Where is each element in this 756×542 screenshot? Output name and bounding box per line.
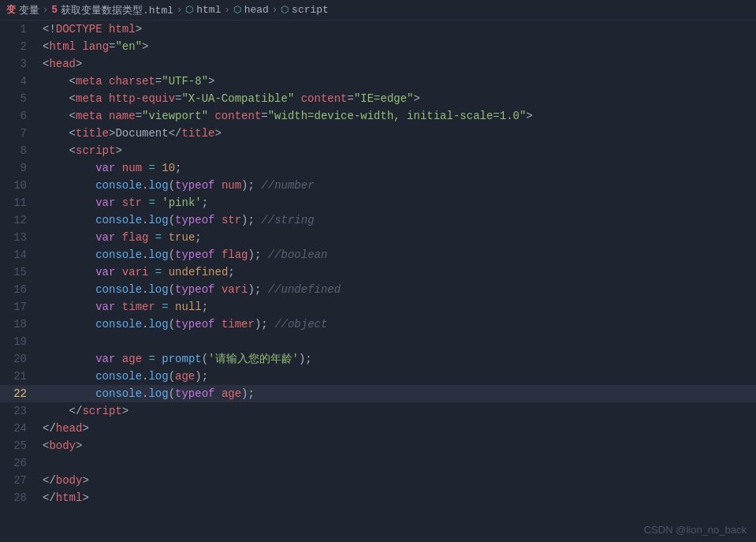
line-number: 27 xyxy=(0,472,39,489)
code-line: 21 console.log(age); xyxy=(0,368,756,385)
line-content: console.log(typeof flag); //boolean xyxy=(39,246,756,264)
code-line: 14 console.log(typeof flag); //boolean xyxy=(0,246,756,264)
breadcrumb-bar: 变 变量 › 5 获取变量数据类型.html › ⬡ html › ⬡ head… xyxy=(0,0,756,21)
line-number: 19 xyxy=(0,333,39,350)
line-content: <meta name="viewport" content="width=dev… xyxy=(39,107,756,125)
breadcrumb-script-label: script xyxy=(292,4,329,16)
line-number: 11 xyxy=(0,194,39,211)
breadcrumb-html-label: html xyxy=(196,4,221,16)
code-line: 13 var flag = true; xyxy=(0,229,756,246)
line-number: 15 xyxy=(0,264,39,281)
breadcrumb-sep-1: › xyxy=(43,5,48,16)
line-content: var vari = undefined; xyxy=(39,264,756,281)
watermark: CSDN @lion_no_back xyxy=(644,524,747,536)
line-number: 14 xyxy=(0,246,39,264)
line-content xyxy=(39,454,756,472)
line-number: 25 xyxy=(0,437,39,454)
line-content: var timer = null; xyxy=(39,298,756,316)
line-number: 28 xyxy=(0,489,39,506)
html-tag-icon: ⬡ xyxy=(185,4,193,16)
code-line: 16 console.log(typeof vari); //undefined xyxy=(0,281,756,298)
line-content: console.log(age); xyxy=(39,368,756,385)
line-number: 13 xyxy=(0,229,39,246)
code-line: 26 xyxy=(0,454,756,472)
code-container: 1 <!DOCTYPE html> 2 <html lang="en"> 3 <… xyxy=(0,21,756,506)
line-content: var age = prompt('请输入您的年龄'); xyxy=(39,350,756,368)
line-content: console.log(typeof vari); //undefined xyxy=(39,281,756,298)
code-editor[interactable]: 1 <!DOCTYPE html> 2 <html lang="en"> 3 <… xyxy=(0,21,756,542)
code-line: 20 var age = prompt('请输入您的年龄'); xyxy=(0,350,756,368)
breadcrumb-variable[interactable]: 变 变量 xyxy=(6,3,39,17)
line-number: 17 xyxy=(0,298,39,316)
line-number: 10 xyxy=(0,177,39,194)
line-content: </script> xyxy=(39,402,756,420)
code-line: 25 <body> xyxy=(0,437,756,454)
code-line: 5 <meta http-equiv="X-UA-Compatible" con… xyxy=(0,90,756,107)
breadcrumb-head[interactable]: ⬡ head xyxy=(233,4,269,16)
code-line: 28 </html> xyxy=(0,489,756,506)
line-number: 23 xyxy=(0,402,39,420)
line-number: 16 xyxy=(0,281,39,298)
breadcrumb-sep-3: › xyxy=(224,5,229,16)
code-line: 18 console.log(typeof timer); //object xyxy=(0,316,756,333)
code-line: 7 <title>Document</title> xyxy=(0,125,756,142)
code-line: 24 </head> xyxy=(0,420,756,437)
breadcrumb-head-label: head xyxy=(244,4,269,16)
code-line: 23 </script> xyxy=(0,402,756,420)
code-line: 12 console.log(typeof str); //string xyxy=(0,211,756,229)
line-content: <body> xyxy=(39,437,756,454)
code-line: 1 <!DOCTYPE html> xyxy=(0,21,756,38)
code-line: 10 console.log(typeof num); //number xyxy=(0,177,756,194)
code-line: 6 <meta name="viewport" content="width=d… xyxy=(0,107,756,125)
line-content: console.log(typeof str); //string xyxy=(39,211,756,229)
line-number: 21 xyxy=(0,368,39,385)
line-content: console.log(typeof timer); //object xyxy=(39,316,756,333)
line-content: console.log(typeof age); xyxy=(39,385,756,402)
line-number: 3 xyxy=(0,55,39,73)
breadcrumb-html5-file[interactable]: 5 获取变量数据类型.html xyxy=(51,3,173,17)
line-content: <title>Document</title> xyxy=(39,125,756,142)
line-number: 22 xyxy=(0,385,39,402)
line-content: <meta charset="UTF-8"> xyxy=(39,73,756,90)
code-line: 15 var vari = undefined; xyxy=(0,264,756,281)
breadcrumb-html5-label: 获取变量数据类型.html xyxy=(61,3,173,17)
code-line: 17 var timer = null; xyxy=(0,298,756,316)
code-line-active: 22 console.log(typeof age); xyxy=(0,385,756,402)
line-number: 20 xyxy=(0,350,39,368)
line-content xyxy=(39,333,756,350)
line-number: 6 xyxy=(0,107,39,125)
line-number: 18 xyxy=(0,316,39,333)
breadcrumb-html[interactable]: ⬡ html xyxy=(185,4,221,16)
watermark-text: CSDN @lion_no_back xyxy=(644,524,747,536)
code-line: 11 var str = 'pink'; xyxy=(0,194,756,211)
breadcrumb-variable-label: 变量 xyxy=(19,3,39,17)
code-line: 8 <script> xyxy=(0,142,756,159)
breadcrumb-script[interactable]: ⬡ script xyxy=(281,4,329,16)
code-line: 2 <html lang="en"> xyxy=(0,38,756,55)
line-content: var num = 10; xyxy=(39,159,756,177)
script-tag-icon: ⬡ xyxy=(281,4,289,16)
line-number: 12 xyxy=(0,211,39,229)
line-number: 5 xyxy=(0,90,39,107)
line-content: </body> xyxy=(39,472,756,489)
line-content: <!DOCTYPE html> xyxy=(39,21,756,38)
line-content: var flag = true; xyxy=(39,229,756,246)
variable-icon: 变 xyxy=(6,3,16,17)
line-number: 26 xyxy=(0,454,39,472)
line-number: 8 xyxy=(0,142,39,159)
line-content: <head> xyxy=(39,55,756,73)
line-number: 24 xyxy=(0,420,39,437)
line-content: <meta http-equiv="X-UA-Compatible" conte… xyxy=(39,90,756,107)
code-line: 4 <meta charset="UTF-8"> xyxy=(0,73,756,90)
code-line: 9 var num = 10; xyxy=(0,159,756,177)
code-line: 3 <head> xyxy=(0,55,756,73)
line-number: 2 xyxy=(0,38,39,55)
html5-icon: 5 xyxy=(51,4,58,16)
line-content: <html lang="en"> xyxy=(39,38,756,55)
code-line: 19 xyxy=(0,333,756,350)
line-number: 1 xyxy=(0,21,39,38)
line-number: 4 xyxy=(0,73,39,90)
line-content: </head> xyxy=(39,420,756,437)
code-line: 27 </body> xyxy=(0,472,756,489)
line-number: 9 xyxy=(0,159,39,177)
